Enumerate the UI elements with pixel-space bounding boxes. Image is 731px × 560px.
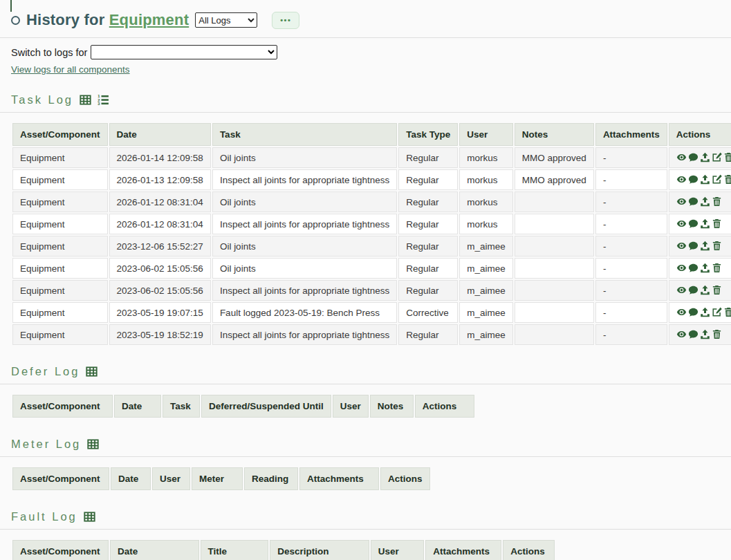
table-icon[interactable] <box>86 366 98 377</box>
upload-icon[interactable] <box>700 241 710 252</box>
view-all-components-link[interactable]: View logs for all components <box>11 64 130 75</box>
more-options-button[interactable]: ••• <box>272 12 299 29</box>
column-header: Date <box>114 395 161 418</box>
edit-icon[interactable] <box>712 174 722 185</box>
delete-icon[interactable] <box>712 196 722 207</box>
cell-task: Inspect all joints for appropriate tight… <box>212 214 397 234</box>
cell-task: Inspect all joints for appropriate tight… <box>212 280 397 301</box>
cell-asset-component: Equipment <box>12 302 108 323</box>
column-header: User <box>333 395 369 418</box>
upload-icon[interactable] <box>700 196 710 207</box>
cell-attachments: - <box>595 236 667 256</box>
cell-user: morkus <box>459 192 513 212</box>
svg-text:3: 3 <box>98 102 100 106</box>
fault-log-table: Asset/ComponentDateTitleDescriptionUserA… <box>11 539 556 560</box>
upload-icon[interactable] <box>700 263 710 274</box>
column-header: User <box>459 123 513 146</box>
actions-cell <box>669 147 731 168</box>
view-icon[interactable] <box>676 263 687 274</box>
actions-cell <box>669 258 731 279</box>
section-title: Fault Log <box>11 510 77 523</box>
column-header: Actions <box>669 123 731 146</box>
upload-icon[interactable] <box>700 218 710 230</box>
comment-icon[interactable] <box>688 174 698 185</box>
view-icon[interactable] <box>676 218 687 230</box>
cell-asset-component: Equipment <box>12 214 108 234</box>
view-icon[interactable] <box>676 241 687 252</box>
comment-icon[interactable] <box>688 307 698 318</box>
timeline-line <box>10 0 12 12</box>
comment-icon[interactable] <box>688 263 698 274</box>
view-icon[interactable] <box>676 174 687 185</box>
table-icon[interactable] <box>84 511 95 523</box>
upload-icon[interactable] <box>700 174 710 185</box>
view-icon[interactable] <box>676 196 687 207</box>
cell-date: 2026-01-14 12:09:58 <box>109 147 211 168</box>
table-icon[interactable] <box>80 94 91 106</box>
table-row: Equipment2026-01-13 12:09:58Inspect all … <box>12 169 731 190</box>
delete-icon[interactable] <box>723 152 731 163</box>
section-divider <box>0 456 731 457</box>
cell-asset-component: Equipment <box>12 280 108 301</box>
edit-icon[interactable] <box>712 152 722 163</box>
delete-icon[interactable] <box>712 329 722 340</box>
cell-notes <box>515 258 594 279</box>
equipment-link[interactable]: Equipment <box>109 11 189 28</box>
cell-date: 2023-05-19 18:52:19 <box>109 324 211 345</box>
cell-task-type: Regular <box>398 169 458 190</box>
delete-icon[interactable] <box>712 241 722 252</box>
delete-icon[interactable] <box>723 307 731 318</box>
column-header: Date <box>111 467 151 490</box>
comment-icon[interactable] <box>688 329 698 340</box>
timeline-node-icon <box>11 16 20 25</box>
comment-icon[interactable] <box>688 218 698 230</box>
delete-icon[interactable] <box>712 263 722 274</box>
cell-task: Oil joints <box>212 192 397 212</box>
page-title-text: History for <box>26 11 104 28</box>
header-row: Asset/ComponentDateUserMeterReadingAttac… <box>12 467 430 490</box>
view-icon[interactable] <box>676 307 687 318</box>
delete-icon[interactable] <box>712 218 722 230</box>
view-icon[interactable] <box>676 152 687 163</box>
comment-icon[interactable] <box>688 241 698 252</box>
view-icon[interactable] <box>676 329 687 340</box>
upload-icon[interactable] <box>700 307 710 318</box>
delete-icon[interactable] <box>712 285 722 296</box>
log-filter-select[interactable]: All Logs <box>195 12 257 28</box>
column-header: Task <box>212 123 397 146</box>
edit-icon[interactable] <box>712 307 722 318</box>
column-header: Reading <box>244 467 298 490</box>
fault-log-heading: Fault Log <box>11 510 720 523</box>
cell-date: 2023-05-19 19:07:15 <box>109 302 211 323</box>
column-header: Task Type <box>398 123 458 146</box>
actions-cell <box>669 324 731 345</box>
table-row: Equipment2026-01-12 08:31:04Oil jointsRe… <box>12 192 731 212</box>
cell-user: morkus <box>459 147 513 168</box>
view-icon[interactable] <box>676 285 687 296</box>
cell-notes <box>515 280 594 301</box>
column-header: Notes <box>370 395 414 418</box>
comment-icon[interactable] <box>688 285 698 296</box>
column-header: Attachments <box>595 123 667 146</box>
cell-task-type: Regular <box>398 192 458 212</box>
upload-icon[interactable] <box>700 285 710 296</box>
page-title: History for Equipment <box>26 11 189 29</box>
cell-task-type: Regular <box>398 324 458 345</box>
upload-icon[interactable] <box>700 152 710 163</box>
delete-icon[interactable] <box>723 174 731 185</box>
switch-logs-select[interactable] <box>91 45 277 59</box>
cell-task: Inspect all joints for appropriate tight… <box>212 324 397 345</box>
cell-user: m_aimee <box>459 258 513 279</box>
actions-cell <box>669 214 731 234</box>
upload-icon[interactable] <box>700 329 710 340</box>
cell-task-type: Regular <box>398 258 458 279</box>
cell-notes <box>515 302 594 323</box>
switch-logs-label: Switch to logs for <box>11 47 87 58</box>
table-icon[interactable] <box>87 438 99 450</box>
ordered-list-icon[interactable]: 123 <box>98 94 109 106</box>
page-header: History for Equipment All Logs ••• <box>11 0 720 32</box>
comment-icon[interactable] <box>688 196 698 207</box>
column-header: Attachments <box>425 540 501 560</box>
cell-date: 2023-12-06 15:52:27 <box>109 236 211 256</box>
comment-icon[interactable] <box>688 152 698 163</box>
